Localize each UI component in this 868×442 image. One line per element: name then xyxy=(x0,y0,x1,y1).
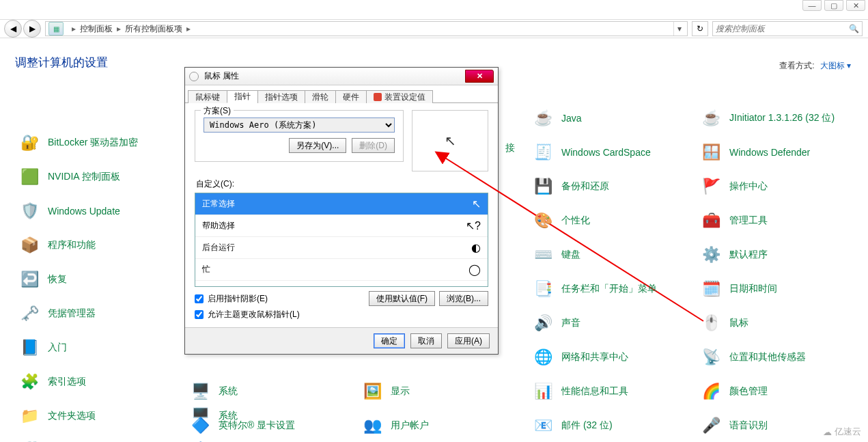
search-input[interactable] xyxy=(716,24,849,33)
forward-button[interactable]: ▶ xyxy=(23,20,41,38)
item-label: 入门 xyxy=(48,342,67,354)
control-panel-item[interactable]: 🗝️凭据管理器 xyxy=(18,301,188,326)
item-icon: 🪟 xyxy=(699,141,723,164)
dialog-tab[interactable]: 滑轮 xyxy=(305,90,336,103)
control-panel-item[interactable]: ☕Java xyxy=(531,106,582,130)
dialog-tab[interactable]: 指针 xyxy=(227,90,258,103)
control-panel-item[interactable]: 🔷英特尔® 显卡设置 xyxy=(188,413,295,438)
control-panel-item[interactable]: 🔐BitLocker 驱动器加密 xyxy=(18,130,188,155)
ok-button[interactable]: 确定 xyxy=(374,333,405,348)
item-icon: 🌐 xyxy=(531,346,555,369)
control-panel-item[interactable]: 👥用户帐户 xyxy=(361,413,429,438)
control-panel-item[interactable]: 📧邮件 (32 位) xyxy=(531,413,613,438)
item-icon: 🖱️ xyxy=(699,312,723,335)
dialog-titlebar[interactable]: 鼠标 属性 ✕ xyxy=(185,68,498,85)
forward-icon: ▶ xyxy=(29,24,36,33)
item-label: 网络和共享中心 xyxy=(561,351,628,363)
control-panel-item[interactable]: 🌈颜色管理 xyxy=(699,379,768,404)
item-label: 任务栏和「开始」菜单 xyxy=(561,283,657,295)
control-panel-item[interactable]: 🗓️日期和时间 xyxy=(699,277,777,301)
control-panel-item[interactable]: 📡位置和其他传感器 xyxy=(699,345,806,370)
view-mode-link[interactable]: 大图标 ▾ xyxy=(820,60,851,72)
control-panel-item[interactable]: 🖱️鼠标 xyxy=(699,311,748,335)
dialog-tab[interactable]: 硬件 xyxy=(335,90,367,103)
item-label: 个性化 xyxy=(561,215,590,227)
item-label: Windows CardSpace xyxy=(561,147,651,158)
control-panel-item[interactable]: 🖥️系统 xyxy=(188,379,238,404)
scheme-select[interactable]: Windows Aero (系统方案) xyxy=(204,118,395,133)
minimize-button[interactable]: — xyxy=(802,0,822,11)
cursor-list[interactable]: 正常选择↖帮助选择↖?后台运行◐忙◯ xyxy=(195,193,488,287)
refresh-button[interactable]: ↻ xyxy=(692,21,708,36)
item-label: 文件夹选项 xyxy=(48,410,96,422)
dialog-tab[interactable]: 鼠标键 xyxy=(188,90,227,103)
control-panel-item[interactable]: 📘入门 xyxy=(18,335,188,360)
save-as-button[interactable]: 另存为(V)... xyxy=(289,138,346,153)
enable-shadow-checkbox[interactable] xyxy=(195,294,204,303)
cursor-glyph-icon: ↖? xyxy=(466,219,481,232)
dialog-tab[interactable]: 装置设定值 xyxy=(366,90,433,103)
control-panel-item[interactable]: 🧾Windows CardSpace xyxy=(531,140,651,165)
control-panel-item[interactable]: 🧩索引选项 xyxy=(18,370,188,394)
control-panel-item[interactable]: 🪟Windows Defender xyxy=(699,140,810,165)
breadcrumb-sep: ▸ xyxy=(72,24,76,33)
control-panel-item[interactable]: 📑任务栏和「开始」菜单 xyxy=(531,277,657,301)
control-panel-item[interactable]: 🔷英特尔® 显卡设置 xyxy=(188,438,359,442)
item-icon: 💾 xyxy=(531,175,555,198)
dialog-tab[interactable]: 指针选项 xyxy=(257,90,305,103)
item-label: 颜色管理 xyxy=(729,385,768,398)
scheme-groupbox: 方案(S) Windows Aero (系统方案) 另存为(V)... 删除(D… xyxy=(195,110,404,162)
apply-button[interactable]: 应用(A) xyxy=(447,333,490,348)
search-box[interactable]: 🔍 xyxy=(712,21,863,36)
control-panel-item[interactable]: ☕JInitiator 1.3.1.26 (32 位) xyxy=(699,106,835,130)
control-panel-item[interactable]: 🧰管理工具 xyxy=(699,208,768,233)
breadcrumb-item[interactable]: 所有控制面板项 xyxy=(125,23,182,35)
breadcrumb-item[interactable]: 控制面板 xyxy=(80,23,113,35)
cancel-button[interactable]: 取消 xyxy=(410,333,442,348)
allow-theme-checkbox[interactable] xyxy=(195,310,204,319)
search-icon: 🔍 xyxy=(849,24,859,33)
control-panel-item[interactable]: 🌐网络和共享中心 xyxy=(531,345,628,370)
control-panel-item[interactable]: 🖼️显示 xyxy=(361,379,410,404)
item-icon: 📊 xyxy=(531,380,555,403)
control-panel-item[interactable]: ↩️恢复 xyxy=(18,267,188,292)
control-panel-item[interactable]: 🎤语音识别 xyxy=(699,413,768,438)
view-label: 查看方式: xyxy=(779,60,814,72)
item-icon: 🧩 xyxy=(18,370,41,393)
cursor-list-item[interactable]: 帮助选择↖? xyxy=(195,215,488,237)
control-panel-item[interactable]: 🟩NVIDIA 控制面板 xyxy=(18,165,188,189)
control-panel-item[interactable]: 🎨个性化 xyxy=(531,208,590,233)
browse-button[interactable]: 浏览(B)... xyxy=(439,291,488,306)
control-panel-item[interactable]: 🚩操作中心 xyxy=(699,174,768,199)
close-button[interactable]: ✕ xyxy=(846,0,865,11)
item-label: 用户帐户 xyxy=(391,419,429,432)
breadcrumb[interactable]: ▦ ▸ 控制面板 ▸ 所有控制面板项 ▸ ▾ xyxy=(45,21,688,36)
control-panel-item[interactable]: ⚙️默认程序 xyxy=(699,243,768,267)
item-label: Windows Update xyxy=(48,206,120,217)
use-default-button[interactable]: 使用默认值(F) xyxy=(369,291,435,306)
maximize-button[interactable]: ▢ xyxy=(824,0,843,11)
item-icon: 🔐 xyxy=(18,131,41,154)
item-icon: ⌨️ xyxy=(531,243,555,266)
control-panel-item[interactable]: ⌨️键盘 xyxy=(531,243,580,267)
item-icon: ⚙️ xyxy=(699,243,723,266)
control-panel-item[interactable]: 🛠️疑难解答 xyxy=(18,438,188,442)
cursor-list-item[interactable]: 后台运行◐ xyxy=(195,237,488,259)
control-panel-item[interactable]: 📊性能信息和工具 xyxy=(531,379,628,404)
allow-theme-label: 允许主题更改鼠标指针(L) xyxy=(208,309,300,320)
back-button[interactable]: ◀ xyxy=(4,20,22,38)
control-panel-item[interactable]: 💾备份和还原 xyxy=(531,174,609,199)
control-panel-item[interactable]: 📁文件夹选项 xyxy=(18,404,188,428)
item-label: JInitiator 1.3.1.26 (32 位) xyxy=(729,112,835,124)
cursor-list-item[interactable]: 忙◯ xyxy=(195,259,488,281)
breadcrumb-sep: ▸ xyxy=(186,24,191,33)
control-panel-item[interactable]: 🔊声音 xyxy=(531,311,580,335)
dialog-button-row: 确定 取消 应用(A) xyxy=(185,327,498,354)
watermark-text: 亿速云 xyxy=(835,426,861,438)
refresh-icon: ↻ xyxy=(697,24,703,33)
dialog-close-button[interactable]: ✕ xyxy=(465,70,494,83)
control-panel-item[interactable]: 🛡️Windows Update xyxy=(18,199,188,223)
breadcrumb-dropdown-icon[interactable]: ▾ xyxy=(673,22,684,36)
control-panel-item[interactable]: 📦程序和功能 xyxy=(18,233,188,258)
cursor-list-item[interactable]: 正常选择↖ xyxy=(195,193,488,215)
